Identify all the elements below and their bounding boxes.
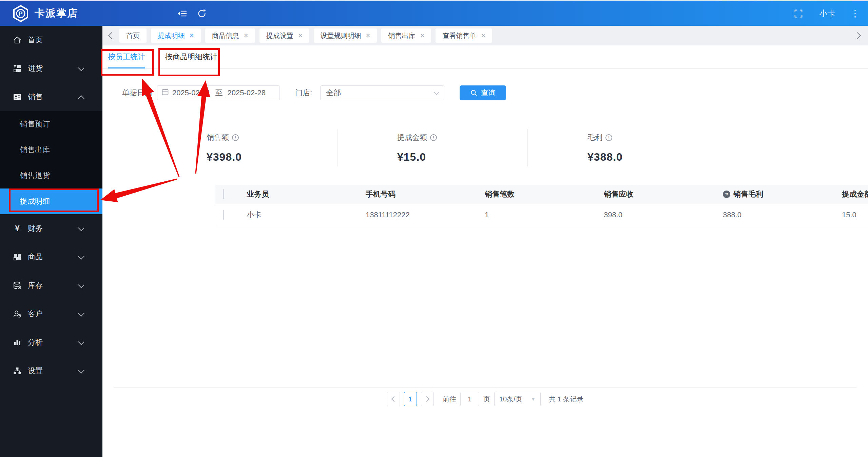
close-icon[interactable]: × (420, 32, 424, 39)
tabbar-scroll-left-icon[interactable] (108, 32, 115, 39)
pagination: 1 前往 1 页 10条/页 ▼ 共 1 条记录 (102, 392, 868, 406)
pagination-divider (114, 387, 857, 388)
chevron-down-icon (78, 310, 84, 316)
prev-page-button[interactable] (387, 392, 400, 406)
info-icon[interactable]: ! (430, 134, 437, 141)
page-tabbar: 首页 提成明细 × 商品信息 × 提成设置 × 设置规则明细 × 销售出库 × … (102, 26, 868, 45)
column-header-gross-profit[interactable]: ? 销售毛利 (723, 189, 842, 199)
sidebar-item-settings[interactable]: 设置 (0, 357, 102, 385)
goto-page-input[interactable]: 1 (460, 392, 479, 406)
collapse-sidebar-icon[interactable] (176, 8, 188, 19)
dropdown-arrow-icon: ▼ (531, 396, 536, 402)
sidebar-item-analysis[interactable]: 分析 (0, 328, 102, 357)
sidebar-item-label: 库存 (28, 280, 43, 291)
sidebar-item-inventory[interactable]: 库存 (0, 271, 102, 300)
close-icon[interactable]: × (366, 32, 370, 39)
app-header: P 卡派掌店 小卡 ⋮ (0, 0, 868, 26)
more-menu-icon[interactable]: ⋮ (850, 9, 860, 18)
sidebar-item-sales-outbound[interactable]: 销售出库 (0, 137, 102, 163)
chevron-down-icon (78, 339, 84, 345)
sidebar-item-label: 财务 (28, 223, 43, 234)
close-icon[interactable]: × (481, 32, 485, 39)
sidebar-item-goods[interactable]: 商品 (0, 243, 102, 271)
goto-label: 前往 (443, 395, 456, 404)
page-tab-sales-outbound[interactable]: 销售出库 × (381, 28, 431, 43)
page-tab-goods-info[interactable]: 商品信息 × (205, 28, 255, 43)
next-page-button[interactable] (421, 392, 434, 406)
sidebar-item-sales-reservation[interactable]: 销售预订 (0, 111, 102, 137)
sidebar: 首页 进货 销售 销售预订 (0, 26, 102, 457)
page-size-value: 10条/页 (499, 395, 522, 404)
sidebar-item-label: 首页 (28, 35, 43, 45)
page-tab-view-sales-order[interactable]: 查看销售单 × (436, 28, 492, 43)
tab-by-product-detail[interactable]: 按商品明细统计 (165, 45, 217, 68)
chevron-down-icon (78, 253, 84, 259)
question-icon[interactable]: ? (723, 191, 730, 198)
search-icon (470, 89, 478, 97)
sales-submenu: 销售预订 销售出库 销售退货 提成明细 (0, 111, 102, 214)
page-tab-label: 查看销售单 (442, 31, 476, 40)
table-header-row: 业务员 手机号码 销售笔数 销售应收 ? 销售毛利 提成金额 (215, 185, 868, 204)
store-select[interactable]: 全部 (320, 85, 444, 100)
column-header-sales-count[interactable]: 销售笔数 (485, 189, 604, 199)
sidebar-item-label: 销售预订 (20, 119, 50, 129)
column-header-commission[interactable]: 提成金额 (842, 189, 868, 199)
sidebar-item-sales[interactable]: 销售 (0, 83, 102, 111)
page-tab-home[interactable]: 首页 (119, 28, 147, 43)
close-icon[interactable]: × (244, 32, 248, 39)
chevron-down-icon (78, 367, 84, 373)
finance-icon: ¥ (13, 224, 22, 233)
cell-receivable: 398.0 (604, 211, 723, 219)
page-tab-commission-settings[interactable]: 提成设置 × (259, 28, 309, 43)
sidebar-item-home[interactable]: 首页 (0, 26, 102, 54)
column-header-phone[interactable]: 手机号码 (366, 189, 485, 199)
page-tab-rule-detail[interactable]: 设置规则明细 × (314, 28, 377, 43)
sidebar-item-finance[interactable]: ¥ 财务 (0, 214, 102, 243)
stat-value: ¥388.0 (587, 151, 718, 163)
sidebar-item-label: 设置 (28, 366, 43, 376)
date-range-separator: 至 (215, 88, 223, 98)
close-icon[interactable]: × (190, 32, 194, 39)
svg-text:P: P (19, 11, 22, 17)
close-icon[interactable]: × (298, 32, 303, 39)
page-tab-label: 商品信息 (212, 31, 239, 40)
app-title: 卡派掌店 (35, 6, 78, 20)
info-icon[interactable]: ! (232, 134, 239, 141)
stat-commission-amount: 提成金额 ! ¥15.0 (337, 129, 527, 166)
sidebar-item-sales-return[interactable]: 销售退货 (0, 163, 102, 188)
table-row[interactable]: 小卡 13811112222 1 398.0 388.0 15.0 (215, 204, 868, 226)
sidebar-item-label: 进货 (28, 63, 43, 74)
sidebar-item-label: 客户 (28, 309, 43, 319)
chevron-up-icon (78, 95, 84, 101)
date-end-value: 2025-02-28 (228, 88, 266, 97)
fullscreen-icon[interactable] (793, 8, 804, 19)
refresh-icon[interactable] (196, 8, 208, 19)
column-header-receivable[interactable]: 销售应收 (604, 189, 723, 199)
sidebar-item-customers[interactable]: 客户 (0, 300, 102, 328)
user-name[interactable]: 小卡 (819, 8, 835, 19)
cell-sales-count: 1 (485, 211, 604, 219)
sales-icon (13, 92, 22, 102)
sidebar-item-commission-detail[interactable]: 提成明细 (0, 188, 102, 214)
info-icon[interactable]: ! (605, 134, 612, 141)
store-select-value: 全部 (326, 88, 341, 98)
column-header-salesperson[interactable]: 业务员 (247, 189, 366, 199)
chevron-down-icon (434, 90, 440, 95)
page-tab-label: 提成明细 (158, 31, 185, 40)
page-size-select[interactable]: 10条/页 ▼ (494, 392, 541, 406)
calendar-icon (161, 88, 169, 98)
inventory-icon (13, 281, 22, 290)
date-range-input[interactable]: 2025-02-01 至 2025-02-28 (157, 85, 280, 100)
sidebar-item-purchase[interactable]: 进货 (0, 54, 102, 83)
search-button[interactable]: 查询 (460, 85, 506, 100)
select-all-checkbox[interactable] (223, 189, 224, 199)
stat-value: ¥15.0 (397, 151, 527, 163)
goods-icon (13, 252, 22, 262)
cell-phone: 13811112222 (366, 211, 485, 219)
row-checkbox[interactable] (223, 210, 224, 220)
page-number-button[interactable]: 1 (404, 392, 417, 406)
purchase-icon (13, 64, 22, 73)
tab-by-employee[interactable]: 按员工统计 (108, 45, 145, 68)
page-tab-commission-detail[interactable]: 提成明细 × (151, 28, 201, 43)
tabbar-scroll-right-icon[interactable] (854, 32, 861, 39)
